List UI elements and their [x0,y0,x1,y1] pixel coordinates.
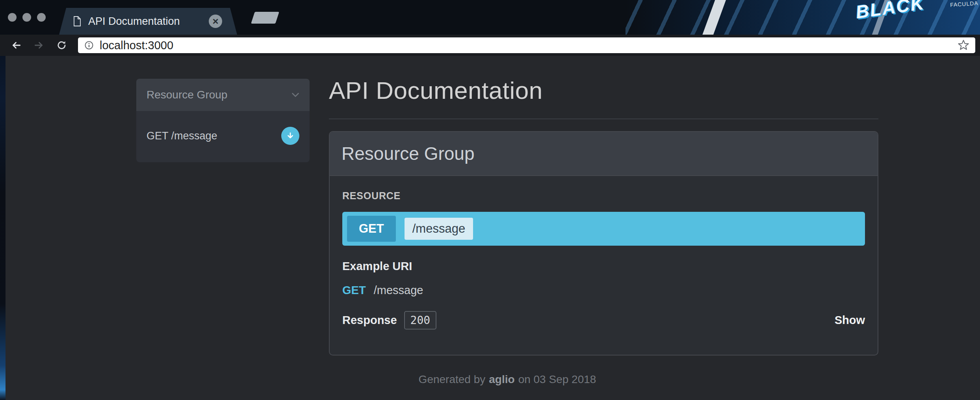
tab-title: API Documentation [88,15,209,28]
window-zoom-button[interactable] [37,13,46,22]
forward-button[interactable] [32,39,46,52]
desktop-wallpaper-art: BLACK FACULDA [625,0,980,35]
browser-window: BLACK FACULDA API Documentation × [0,0,980,400]
page-content: Resource Group GET /message [0,56,980,400]
uri-chip: /message [405,218,473,240]
title-divider [329,119,878,119]
sidebar-item-get-message[interactable]: GET /message [147,120,299,151]
left-edge-wallpaper [0,56,6,400]
main-content: API Documentation Resource Group RESOURC… [329,56,878,356]
page-favicon-icon [72,15,83,27]
window-controls [8,13,46,22]
panel-body: RESOURCE GET /message Example URI GET /m… [330,176,878,355]
chevron-down-icon [291,92,299,98]
page-info-icon[interactable] [84,40,95,51]
method-label: GET [347,216,396,242]
url-text[interactable]: localhost:3000 [100,39,952,52]
sidebar-items: GET /message [136,111,310,162]
response-label: Response [342,314,397,327]
footer-tool-name: aglio [489,373,514,385]
example-uri: /message [374,284,423,296]
resource-label: RESOURCE [342,190,865,202]
window-minimize-button[interactable] [22,13,31,22]
show-response-button[interactable]: Show [835,314,865,327]
reload-button[interactable] [55,39,69,52]
tab-drag-ghost [251,12,279,24]
browser-toolbar: localhost:3000 [0,35,980,56]
address-bar[interactable]: localhost:3000 [78,37,975,53]
sidebar-nav: Resource Group GET /message [136,79,310,162]
sidebar-item-label: GET /message [147,130,217,142]
example-uri-line: GET /message [342,284,865,297]
tab-close-icon[interactable]: × [209,15,222,28]
response-left: Response 200 [342,311,436,330]
response-row: Response 200 Show [342,311,865,330]
tab-strip: BLACK FACULDA API Documentation × [0,0,980,35]
response-code-chip: 200 [404,311,437,330]
page-title: API Documentation [329,56,878,104]
page-footer: Generated byaglioon 03 Sep 2018 [136,373,878,386]
browser-tab[interactable]: API Documentation × [59,8,237,35]
footer-suffix: on 03 Sep 2018 [518,373,596,385]
panel-header: Resource Group [330,132,878,176]
method-get-badge [281,127,299,145]
resource-group-panel: Resource Group RESOURCE GET /message Exa… [329,131,878,356]
example-uri-label: Example URI [342,260,865,273]
arrow-down-icon [286,131,295,141]
sidebar-group-header[interactable]: Resource Group [136,79,310,111]
footer-prefix: Generated by [419,373,486,385]
get-message-action-bar[interactable]: GET /message [342,212,865,246]
wallpaper-stripes [625,0,980,35]
back-button[interactable] [9,39,23,52]
example-method: GET [342,284,366,296]
window-close-button[interactable] [8,13,17,22]
sidebar-group-label: Resource Group [147,89,227,101]
bookmark-star-icon[interactable] [957,39,970,52]
